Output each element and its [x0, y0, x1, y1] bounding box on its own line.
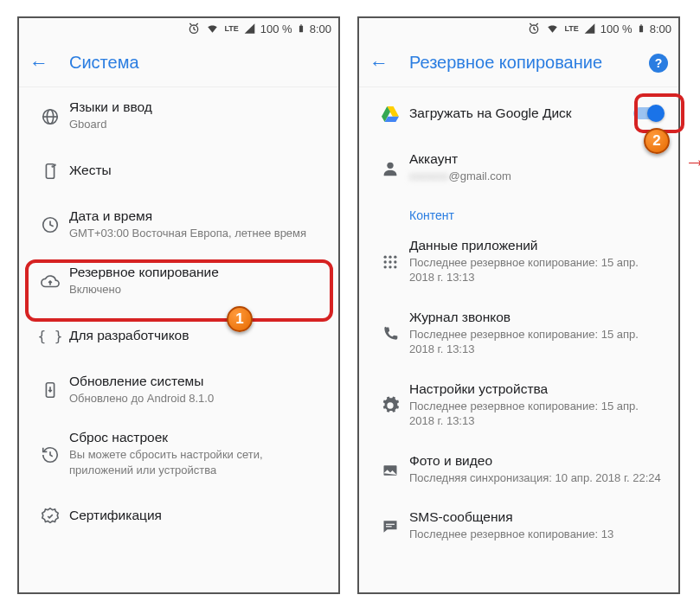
svg-point-22 — [394, 260, 396, 263]
svg-point-7 — [55, 164, 55, 165]
row-update[interactable]: Обновление системыОбновлено до Android 8… — [19, 361, 338, 419]
restore-icon — [31, 444, 69, 464]
row-title: Данные приложений — [409, 238, 665, 253]
gesture-icon — [31, 160, 69, 181]
clock-icon — [31, 214, 69, 234]
row-sms[interactable]: SMS-сообщенияПоследнее резервное копиров… — [359, 497, 678, 554]
svg-rect-1 — [299, 26, 303, 33]
row-title: Журнал звонков — [409, 310, 665, 325]
row-sub: Последнее резервное копирование: 15 апр.… — [409, 327, 665, 357]
svg-point-20 — [384, 260, 387, 263]
svg-rect-2 — [300, 24, 302, 25]
app-bar: ← Резервное копирование ? — [359, 39, 678, 87]
callout-1: 1 — [227, 306, 253, 332]
backup-toggle[interactable] — [632, 105, 665, 122]
image-icon — [371, 460, 409, 479]
battery-text: 100 % — [600, 22, 633, 35]
page-title: Система — [69, 53, 328, 73]
row-sub: Последнее резервное копирование: 15 апр.… — [409, 399, 665, 429]
row-title: Загружать на Google Диск — [409, 106, 632, 121]
svg-rect-12 — [640, 24, 642, 25]
braces-icon: { } — [31, 326, 69, 344]
row-title: Дата и время — [69, 208, 324, 224]
row-sub: Последняя синхронизация: 10 апр. 2018 г.… — [409, 470, 665, 486]
phone-right: LTE 100 % 8:00 ← Резервное копирование ?… — [357, 16, 680, 594]
row-title: SMS-сообщения — [409, 509, 665, 525]
svg-point-25 — [394, 265, 396, 268]
svg-rect-27 — [386, 524, 395, 525]
alarm-icon — [527, 22, 541, 35]
row-call-log[interactable]: Журнал звонковПоследнее резервное копиро… — [359, 297, 678, 369]
wifi-icon — [545, 22, 560, 35]
lte-label: LTE — [564, 25, 578, 33]
row-sub: Обновлено до Android 8.1.0 — [69, 391, 324, 406]
battery-text: 100 % — [260, 22, 292, 35]
svg-rect-11 — [639, 26, 643, 33]
row-app-data[interactable]: Данные приложенийПоследнее резервное коп… — [359, 226, 678, 297]
row-sub: Включено — [69, 282, 324, 297]
settings-list: Языки и вводGboard Жесты Дата и времяGMT… — [19, 87, 338, 541]
row-title: Фото и видео — [409, 453, 665, 469]
section-content: Контент — [359, 196, 678, 226]
row-title: Настройки устройства — [409, 381, 665, 397]
apps-icon — [371, 252, 409, 271]
arrow-icon: → — [684, 149, 700, 176]
wifi-icon — [205, 22, 220, 35]
row-gestures[interactable]: Жесты — [19, 144, 338, 196]
row-sub: Последнее резервное копирование: 13 — [409, 527, 665, 542]
row-title: Аккаунт — [409, 151, 665, 167]
row-account[interactable]: Аккаунтxxxxxxx@gmail.com — [359, 139, 678, 196]
account-icon — [371, 157, 409, 178]
google-drive-icon — [371, 104, 409, 123]
globe-icon — [31, 106, 69, 126]
svg-point-21 — [389, 260, 391, 263]
status-bar: LTE 100 % 8:00 — [359, 18, 678, 39]
row-title: Сертификация — [69, 508, 324, 523]
status-bar: LTE 100 % 8:00 — [19, 18, 338, 39]
row-sub: Последнее резервное копирование: 15 апр.… — [409, 255, 665, 285]
alarm-icon — [187, 22, 201, 35]
gear-icon — [371, 394, 409, 415]
row-sub: GMT+03:00 Восточная Европа, летнее время — [69, 226, 324, 241]
clock-text: 8:00 — [650, 22, 671, 35]
help-icon[interactable]: ? — [649, 54, 668, 73]
row-backup[interactable]: Резервное копированиеВключено — [19, 253, 338, 310]
battery-icon — [637, 22, 645, 35]
row-drive-upload[interactable]: Загружать на Google Диск — [359, 87, 678, 139]
svg-point-17 — [384, 256, 387, 259]
callout-2: 2 — [644, 128, 670, 154]
message-icon — [371, 516, 409, 535]
app-bar: ← Система — [19, 39, 338, 87]
row-photos[interactable]: Фото и видеоПоследняя синхронизация: 10 … — [359, 441, 678, 498]
row-reset[interactable]: Сброс настроекВы можете сбросить настрой… — [19, 418, 338, 489]
svg-point-24 — [389, 265, 391, 268]
signal-icon — [583, 22, 596, 35]
cloud-upload-icon — [31, 271, 69, 291]
svg-point-18 — [389, 256, 391, 259]
row-datetime[interactable]: Дата и времяGMT+03:00 Восточная Европа, … — [19, 196, 338, 253]
row-title: Резервное копирование — [69, 265, 324, 280]
row-sub: Вы можете сбросить настройки сети, прило… — [69, 447, 324, 477]
row-title: Обновление системы — [69, 374, 324, 389]
back-icon[interactable]: ← — [369, 52, 389, 74]
battery-icon — [297, 22, 305, 35]
phone-left: LTE 100 % 8:00 ← Система Языки и вводGbo… — [17, 16, 340, 594]
svg-point-6 — [52, 166, 53, 167]
row-sub: Gboard — [69, 117, 324, 132]
phone-icon — [371, 323, 409, 342]
row-cert[interactable]: Сертификация — [19, 489, 338, 541]
row-languages[interactable]: Языки и вводGboard — [19, 87, 338, 144]
page-title: Резервное копирование — [409, 53, 628, 73]
svg-point-16 — [387, 162, 393, 168]
signal-icon — [243, 22, 256, 35]
back-icon[interactable]: ← — [29, 52, 48, 74]
svg-rect-28 — [386, 526, 392, 527]
row-developer[interactable]: { } Для разработчиков — [19, 310, 338, 361]
row-title: Для разработчиков — [69, 328, 324, 343]
clock-text: 8:00 — [310, 22, 331, 35]
row-title: Жесты — [69, 163, 324, 178]
lte-label: LTE — [224, 25, 238, 33]
row-title: Сброс настроек — [69, 430, 324, 445]
verified-icon — [31, 505, 69, 526]
row-device-settings[interactable]: Настройки устройстваПоследнее резервное … — [359, 369, 678, 441]
